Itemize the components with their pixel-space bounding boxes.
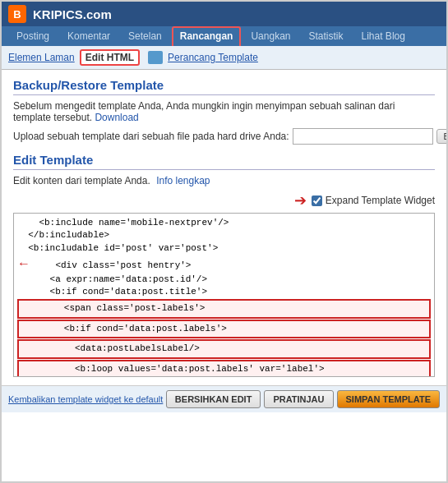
- template-icon: [148, 51, 163, 64]
- code-line: <b:loop values='data:post.labels' var='l…: [17, 360, 431, 377]
- expand-label-text: Expand Template Widget: [326, 195, 435, 206]
- edit-section: Edit Template Edit konten dari template …: [13, 153, 435, 377]
- code-line: <data:postLabelsLabel/>: [17, 339, 431, 358]
- save-template-button[interactable]: SIMPAN TEMPLATE: [337, 390, 440, 408]
- reset-link[interactable]: Kembalikan template widget ke default: [8, 394, 163, 404]
- code-line: </b:includable>: [17, 229, 431, 242]
- navbar: Posting Komentar Setelan Rancangan Uangk…: [2, 26, 446, 46]
- expand-row: ➔ Expand Template Widget: [13, 191, 435, 209]
- expand-checkbox[interactable]: [312, 196, 322, 206]
- code-line: <a expr:name='data:post.id'/>: [17, 274, 431, 286]
- info-lengkap-link[interactable]: Info lengkap: [156, 175, 210, 186]
- upload-row: Upload sebuah template dari sebuah file …: [13, 128, 435, 145]
- subnav: Elemen Laman Edit HTML Perancang Templat…: [2, 46, 446, 70]
- expand-label[interactable]: Expand Template Widget: [312, 195, 435, 206]
- header: B KRIPICS.com: [2, 2, 446, 26]
- upload-file-input[interactable]: [293, 128, 433, 145]
- nav-statistik[interactable]: Statistik: [301, 26, 352, 46]
- logo-letter: B: [13, 8, 21, 21]
- download-link[interactable]: Download: [95, 112, 138, 123]
- code-line: <span class='post-labels'>: [17, 299, 431, 318]
- code-line: <b:if cond='data:post.title'>: [17, 286, 431, 298]
- main-content: Backup/Restore Template Sebelum mengedit…: [2, 70, 446, 385]
- backup-section-title: Backup/Restore Template: [13, 78, 435, 95]
- nav-setelan[interactable]: Setelan: [120, 26, 170, 46]
- subnav-elemen-laman[interactable]: Elemen Laman: [8, 52, 75, 63]
- blogger-logo: B: [8, 5, 26, 23]
- subnav-edit-html[interactable]: Edit HTML: [80, 49, 140, 66]
- expand-arrow-icon: ➔: [294, 191, 307, 209]
- clear-edit-button[interactable]: BERSIHKAN EDIT: [166, 390, 261, 408]
- nav-lihat-blog[interactable]: Lihat Blog: [353, 26, 413, 46]
- edit-desc: Edit konten dari template Anda. Info len…: [13, 175, 435, 186]
- code-line: <b:includable id='post' var='post'>: [17, 242, 431, 255]
- backup-desc-text: Sebelum mengedit template Anda, Anda mun…: [13, 100, 395, 123]
- site-title: KRIPICS.com: [33, 7, 112, 21]
- bottom-bar: Kembalikan template widget ke default BE…: [2, 385, 446, 412]
- nav-rancangan[interactable]: Rancangan: [172, 26, 242, 46]
- code-line: ← <div class='post hentry'>: [17, 255, 431, 273]
- upload-label: Upload sebuah template dari sebuah file …: [13, 131, 289, 142]
- nav-uangkan[interactable]: Uangkan: [242, 26, 298, 46]
- nav-komentar[interactable]: Komentar: [59, 26, 118, 46]
- preview-button[interactable]: PRATINJAU: [264, 390, 333, 408]
- action-buttons: BERSIHKAN EDIT PRATINJAU SIMPAN TEMPLATE: [166, 390, 440, 408]
- code-editor[interactable]: <b:include name='mobile-nextprev'/> </b:…: [13, 213, 435, 377]
- browse-button[interactable]: Browse...: [436, 129, 448, 144]
- backup-desc: Sebelum mengedit template Anda, Anda mun…: [13, 100, 435, 123]
- code-line: <b:if cond='data:post.labels'>: [17, 320, 431, 338]
- nav-posting[interactable]: Posting: [8, 26, 58, 46]
- subnav-perancang-template[interactable]: Perancang Template: [168, 52, 258, 63]
- code-line: <b:include name='mobile-nextprev'/>: [17, 217, 431, 229]
- edit-section-title: Edit Template: [13, 153, 435, 170]
